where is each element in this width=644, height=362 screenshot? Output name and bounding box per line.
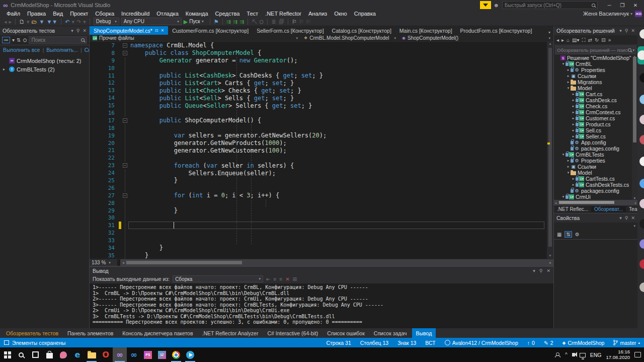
code-line[interactable]: 30 xyxy=(90,214,553,222)
fold-gutter[interactable] xyxy=(121,57,128,64)
code-line[interactable]: 12 public List<Cart> Carts { get; set; } xyxy=(90,79,553,87)
back-icon[interactable]: ◂ xyxy=(556,37,559,43)
user-name[interactable]: Женя Василинчук xyxy=(583,11,629,17)
code-line[interactable]: 25 } xyxy=(90,177,553,184)
language-indicator[interactable]: ENG xyxy=(590,352,602,358)
bookmark-prev-icon[interactable]: ⚐ xyxy=(299,18,304,26)
home-icon[interactable]: ⌂ xyxy=(567,37,570,43)
close-panel-icon[interactable]: ✕ xyxy=(631,28,635,33)
fold-gutter[interactable] xyxy=(121,169,128,177)
solution-tree-item[interactable]: ▾C#CrmUi xyxy=(554,194,637,200)
run-all-tests-icon[interactable]: ⇉ xyxy=(233,18,237,26)
solution-tree-item[interactable]: ▸C#Check.cs xyxy=(554,103,637,109)
tool-window-tab[interactable]: Обозреватель тестов xyxy=(2,328,62,338)
fold-gutter[interactable] xyxy=(121,184,128,192)
collapse-icon[interactable]: − xyxy=(123,163,127,168)
menu-item-Incredibuild[interactable]: Incredibuild xyxy=(118,11,153,17)
expand-arrow-icon[interactable]: ▸ xyxy=(571,122,576,126)
fold-gutter[interactable] xyxy=(121,139,128,147)
test-run-link[interactable]: Выполнить... xyxy=(46,47,78,53)
expand-arrow-icon[interactable]: ▸ xyxy=(571,134,576,138)
output-text[interactable]: 1>------ Перестроение всех файлов начато… xyxy=(90,283,553,328)
restore-button[interactable]: ❐ xyxy=(616,1,629,10)
fold-gutter[interactable] xyxy=(121,222,128,229)
filter-tests-icon[interactable]: ⇅ xyxy=(17,37,21,43)
expand-arrow-icon[interactable]: ▸ xyxy=(566,80,571,84)
overflow-icon[interactable]: » xyxy=(608,37,611,43)
overlay-avatar[interactable] xyxy=(639,199,644,208)
editor-vertical-scrollbar[interactable]: ▲ ▼ xyxy=(547,42,553,259)
code-line[interactable]: 22 xyxy=(90,154,553,162)
close-panel-icon[interactable]: ✕ xyxy=(546,268,550,273)
document-tab[interactable]: ProductForm.cs [Конструктор] xyxy=(456,26,536,35)
quick-launch-input[interactable]: Быстрый запуск (Ctrl+Q) xyxy=(502,1,598,9)
window-position-icon[interactable]: ▾ xyxy=(71,28,73,33)
overlay-avatar[interactable] xyxy=(639,259,644,269)
pin-icon[interactable]: ⚲ xyxy=(625,28,628,33)
navigate-to-icon[interactable]: 🗐 xyxy=(279,18,284,26)
fold-gutter[interactable] xyxy=(121,102,128,109)
goto-message-icon[interactable]: ⇤ xyxy=(266,276,270,282)
edge[interactable]: e xyxy=(70,347,85,362)
new-file-dropdown-icon[interactable]: ▾ xyxy=(27,18,30,26)
find-in-files-icon[interactable]: 🗏 xyxy=(271,18,277,26)
collapse-icon[interactable]: − xyxy=(123,193,127,198)
solution-tree-item[interactable]: ⚙App.config xyxy=(554,139,637,146)
debug-tests-icon[interactable]: ⇉ xyxy=(239,18,244,26)
clear-output-icon[interactable]: ✕ xyxy=(285,276,289,282)
tool-window-tab[interactable]: Вывод xyxy=(412,328,436,338)
search-button[interactable] xyxy=(14,347,28,362)
solution-search-input[interactable]: Обозреватель решений — поиск (Ctrl ▾ xyxy=(555,46,636,54)
navigate-back-icon[interactable]: ◂ xyxy=(4,18,7,26)
new-file-icon[interactable]: 🗋 xyxy=(19,18,25,26)
solution-explorer-header[interactable]: Обозреватель решений ▾ ⚲ ✕ xyxy=(554,26,637,35)
run-tests-icon[interactable]: ⇉ xyxy=(226,18,231,26)
solution-tree-item[interactable]: ▸C#CrmContext.cs xyxy=(554,109,637,115)
overlay-avatar[interactable] xyxy=(639,179,644,188)
code-line[interactable]: 9 Generator generator = new Generator(); xyxy=(90,57,553,64)
output-source-select[interactable]: Сборка ▾ xyxy=(173,275,263,282)
fold-gutter[interactable] xyxy=(121,109,128,117)
properties-window-icon[interactable]: ⛭ xyxy=(259,18,264,26)
overlay-avatar[interactable] xyxy=(639,135,644,144)
action-center-icon[interactable] xyxy=(634,352,641,357)
solution-tree-item[interactable]: ⚙packages.config xyxy=(554,188,637,194)
close-tab-icon[interactable]: ✕ xyxy=(160,28,164,33)
breadcrumb-project[interactable]: C# Прочие файлы ▾ xyxy=(90,35,301,41)
collapse-icon[interactable]: − xyxy=(123,43,127,48)
test-run-link[interactable]: Списо xyxy=(85,47,89,53)
jetbrains-ide[interactable]: IJ xyxy=(155,347,169,362)
solution-tree-item[interactable]: SРешение "CrmModelShop" (проекто xyxy=(554,55,637,61)
document-tab[interactable]: Main.cs [Конструктор] xyxy=(395,26,456,35)
code-line[interactable]: 17− public ShopComputerModel() { xyxy=(90,117,553,124)
solution-tree-item[interactable]: ▸C#Product.cs xyxy=(554,121,637,127)
test-run-link[interactable]: Выполнить все xyxy=(3,47,40,53)
panel-tab[interactable]: .NET Reflec... xyxy=(554,206,591,212)
overlay-avatar[interactable] xyxy=(639,282,644,292)
fold-gutter[interactable] xyxy=(121,229,128,237)
switch-views-icon[interactable]: ▤▾ xyxy=(572,37,579,43)
solution-tree-item[interactable]: ▸Migrations xyxy=(554,79,637,85)
tool-window-tab[interactable]: Список ошибок xyxy=(323,328,368,338)
properties-object-select[interactable]: ▾ xyxy=(554,223,637,230)
visual-studio[interactable]: ∞ xyxy=(113,347,127,362)
bookmark-next-icon[interactable]: ⚐ xyxy=(306,18,311,26)
code-editor[interactable]: 7−namespace CrmBL.Model {8− public class… xyxy=(90,42,553,259)
test-explorer-header[interactable]: Обозреватель тестов ▾ ⚲ ✕ xyxy=(0,26,89,35)
start-button[interactable] xyxy=(0,347,14,362)
solution-tree-item[interactable]: ▸C#Cart.cs xyxy=(554,91,637,97)
branch-picker[interactable]: master ▴ xyxy=(613,340,640,346)
fold-gutter[interactable] xyxy=(121,244,128,252)
pinned-app[interactable] xyxy=(56,347,70,362)
minimize-button[interactable]: ─ xyxy=(603,1,616,10)
status-column[interactable]: Столбец 13 xyxy=(360,340,388,346)
menu-item-Правка[interactable]: Правка xyxy=(24,11,49,17)
pending-changes-filter-icon[interactable]: ⛶ xyxy=(582,37,586,43)
code-line[interactable]: 23− foreach (var seller in sellers) { xyxy=(90,162,553,169)
status-line[interactable]: Строка 31 xyxy=(326,340,351,346)
breadcrumb-member[interactable]: ◉ ShopComputerModel() ▾ xyxy=(399,35,553,41)
collapse-icon[interactable]: − xyxy=(123,51,127,55)
bookmark-icon[interactable]: ⚐ xyxy=(292,18,297,26)
pin-icon[interactable]: ⚲ xyxy=(539,268,543,273)
configuration-select[interactable]: Debug▾ xyxy=(94,18,119,25)
